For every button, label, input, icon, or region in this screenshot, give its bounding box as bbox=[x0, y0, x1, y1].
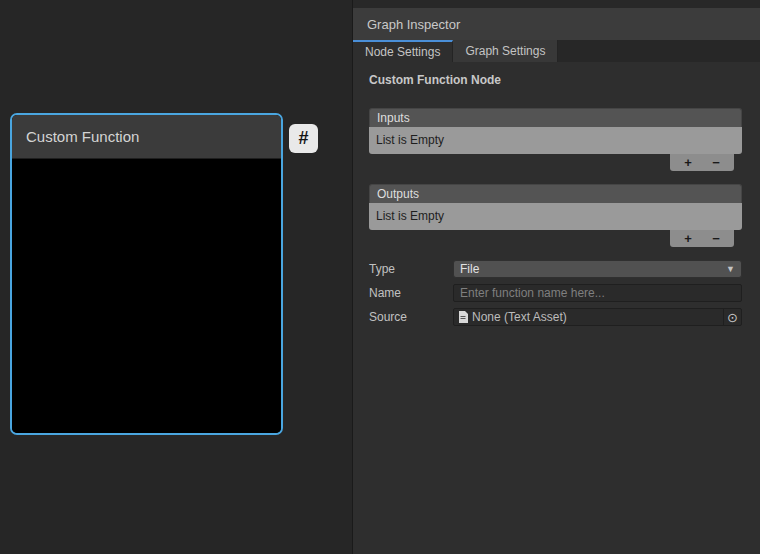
source-object-value: None (Text Asset) bbox=[472, 310, 567, 324]
outputs-list-footer-box: + − bbox=[670, 230, 734, 247]
node-body bbox=[12, 159, 281, 433]
outputs-list-footer: + − bbox=[369, 230, 742, 247]
object-picker-icon[interactable]: ⊙ bbox=[723, 309, 741, 325]
outputs-list: Outputs List is Empty + − bbox=[369, 184, 742, 247]
outputs-remove-button[interactable]: − bbox=[706, 232, 726, 245]
section-title: Custom Function Node bbox=[369, 73, 742, 87]
text-asset-icon bbox=[458, 311, 468, 323]
graph-canvas[interactable]: Custom Function # bbox=[0, 0, 352, 554]
inspector-title: Graph Inspector bbox=[367, 17, 460, 32]
outputs-add-button[interactable]: + bbox=[678, 232, 698, 245]
name-field-row: Name bbox=[369, 284, 742, 302]
inputs-list-footer: + − bbox=[369, 154, 742, 171]
type-label: Type bbox=[369, 262, 453, 276]
inputs-list-header: Inputs bbox=[369, 108, 742, 127]
tab-graph-settings[interactable]: Graph Settings bbox=[453, 40, 558, 62]
inspector-tab-bar: Node Settings Graph Settings bbox=[353, 40, 760, 62]
source-field-row: Source None (Text Asset) ⊙ bbox=[369, 308, 742, 326]
outputs-list-empty-row: List is Empty bbox=[369, 203, 742, 230]
custom-function-node[interactable]: Custom Function bbox=[10, 113, 283, 435]
node-title: Custom Function bbox=[12, 115, 281, 159]
inputs-list: Inputs List is Empty + − bbox=[369, 108, 742, 171]
tab-node-settings[interactable]: Node Settings bbox=[353, 40, 453, 62]
type-dropdown[interactable]: File ▼ bbox=[453, 260, 742, 278]
source-object-field[interactable]: None (Text Asset) ⊙ bbox=[453, 308, 742, 326]
inputs-list-empty-row: List is Empty bbox=[369, 127, 742, 154]
type-field-row: Type File ▼ bbox=[369, 260, 742, 278]
inspector-content: Custom Function Node Inputs List is Empt… bbox=[353, 62, 760, 554]
inputs-list-footer-box: + − bbox=[670, 154, 734, 171]
name-label: Name bbox=[369, 286, 453, 300]
inputs-add-button[interactable]: + bbox=[678, 156, 698, 169]
type-dropdown-value: File bbox=[460, 262, 479, 276]
chevron-down-icon: ▼ bbox=[726, 264, 735, 274]
node-hash-badge[interactable]: # bbox=[289, 124, 318, 153]
function-name-input[interactable] bbox=[453, 284, 742, 302]
inspector-header[interactable]: Graph Inspector bbox=[353, 8, 760, 40]
inputs-remove-button[interactable]: − bbox=[706, 156, 726, 169]
outputs-list-header: Outputs bbox=[369, 184, 742, 203]
source-label: Source bbox=[369, 310, 453, 324]
graph-inspector-panel: Graph Inspector Node Settings Graph Sett… bbox=[352, 0, 760, 554]
